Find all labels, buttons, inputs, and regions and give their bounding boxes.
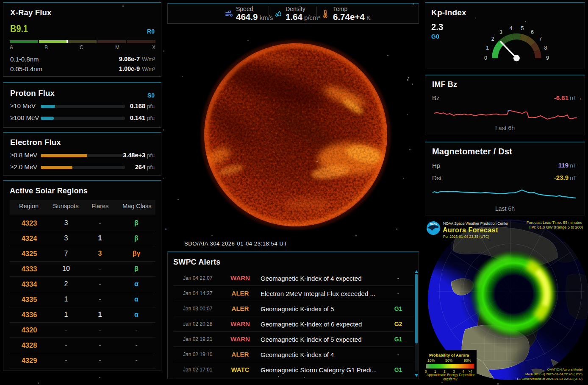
svg-text:7: 7 [539,36,542,42]
svg-text:10%: 10% [427,358,435,363]
svg-text:NOAA Space Weather Prediction: NOAA Space Weather Prediction Center [443,221,508,226]
svg-text:Model Run at 2026-01-04 22:40: Model Run at 2026-01-04 22:40 (UTC) [525,372,582,376]
svg-text:Aurora Forecast: Aurora Forecast [443,226,498,234]
svg-text:Forecast Lead Time: 55 minute: Forecast Lead Time: 55 minutes [527,220,582,225]
svg-text:9: 9 [546,55,549,61]
svg-text:ergs/cm2: ergs/cm2 [443,377,458,381]
svg-text:0: 0 [484,55,487,61]
svg-text:5: 5 [521,25,524,31]
svg-text:Probability of Aurora: Probability of Aurora [429,353,469,357]
svg-text:90%: 90% [464,358,471,363]
svg-text:L1 Observations at 2026-01-04: L1 Observations at 2026-01-04 22:33 (UTC… [517,377,583,381]
svg-text:Approximate Energy Deposition: Approximate Energy Deposition [427,373,476,377]
svg-text:8: 8 [544,45,547,51]
svg-text:NOAA: NOAA [430,223,437,225]
svg-text:50%: 50% [445,358,452,363]
svg-text:SDO/AIA 304 2026-01-04 23:: SDO/AIA 304 2026-01-04 23:18:54 UT [184,240,287,247]
svg-text:6: 6 [531,29,534,35]
svg-text:For 2026-01-04 23:35 (UTC): For 2026-01-04 23:35 (UTC) [443,234,489,239]
svg-text:HPI: 61.0 GW (Range 5 to 200): HPI: 61.0 GW (Range 5 to 200) [529,225,583,229]
svg-text:2: 2 [491,36,494,42]
svg-text:1: 1 [486,45,489,51]
svg-text:3: 3 [499,29,502,35]
svg-text:4: 4 [509,25,512,31]
svg-text:OVATION Aurora Model: OVATION Aurora Model [547,368,583,371]
